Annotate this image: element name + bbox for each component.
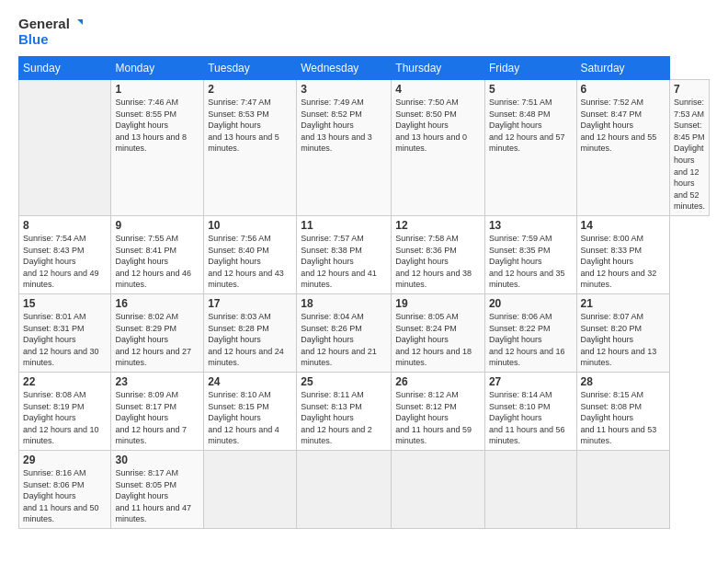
day-number: 19 <box>395 297 481 310</box>
week-row-3: 22Sunrise: 8:08 AMSunset: 8:19 PMDayligh… <box>19 372 710 450</box>
day-info: Sunrise: 8:08 AMSunset: 8:19 PMDaylight … <box>23 389 107 447</box>
day-info: Sunrise: 8:00 AMSunset: 8:33 PMDaylight … <box>581 233 665 291</box>
day-number: 1 <box>115 83 199 96</box>
day-number: 21 <box>581 297 665 310</box>
day-cell: 3Sunrise: 7:49 AMSunset: 8:52 PMDaylight… <box>297 80 392 216</box>
col-header-monday: Monday <box>111 57 204 80</box>
day-cell: 1Sunrise: 7:46 AMSunset: 8:55 PMDaylight… <box>111 80 204 216</box>
day-info: Sunrise: 8:12 AMSunset: 8:12 PMDaylight … <box>395 389 481 447</box>
logo: General Blue <box>18 17 83 47</box>
day-info: Sunrise: 7:51 AMSunset: 8:48 PMDaylight … <box>489 97 573 155</box>
week-row-0: 1Sunrise: 7:46 AMSunset: 8:55 PMDaylight… <box>19 80 710 216</box>
day-cell: 13Sunrise: 7:59 AMSunset: 8:35 PMDayligh… <box>484 215 576 293</box>
day-info: Sunrise: 7:53 AMSunset: 8:45 PMDaylight … <box>674 97 705 213</box>
day-info: Sunrise: 7:49 AMSunset: 8:52 PMDaylight … <box>301 97 387 155</box>
week-row-4: 29Sunrise: 8:16 AMSunset: 8:06 PMDayligh… <box>19 450 710 528</box>
day-number: 30 <box>115 454 199 466</box>
day-number: 18 <box>301 297 387 310</box>
day-cell: 7Sunrise: 7:53 AMSunset: 8:45 PMDaylight… <box>669 80 709 216</box>
day-info: Sunrise: 7:59 AMSunset: 8:35 PMDaylight … <box>489 233 573 291</box>
day-number: 27 <box>489 375 573 388</box>
day-cell: 17Sunrise: 8:03 AMSunset: 8:28 PMDayligh… <box>204 293 297 372</box>
day-number: 25 <box>301 375 387 388</box>
day-cell: 9Sunrise: 7:55 AMSunset: 8:41 PMDaylight… <box>111 215 204 293</box>
svg-marker-0 <box>77 19 83 25</box>
day-info: Sunrise: 7:55 AMSunset: 8:41 PMDaylight … <box>115 233 199 291</box>
day-cell: 14Sunrise: 8:00 AMSunset: 8:33 PMDayligh… <box>576 215 669 293</box>
day-number: 7 <box>674 83 705 96</box>
day-info: Sunrise: 8:07 AMSunset: 8:20 PMDaylight … <box>581 311 665 369</box>
logo-text-line1: General <box>18 17 83 32</box>
day-number: 12 <box>395 219 481 232</box>
day-info: Sunrise: 8:14 AMSunset: 8:10 PMDaylight … <box>489 389 573 447</box>
day-number: 17 <box>208 297 292 310</box>
day-cell: 30Sunrise: 8:17 AMSunset: 8:05 PMDayligh… <box>111 450 204 528</box>
week-row-1: 8Sunrise: 7:54 AMSunset: 8:43 PMDaylight… <box>19 215 710 293</box>
day-cell: 20Sunrise: 8:06 AMSunset: 8:22 PMDayligh… <box>484 293 576 372</box>
day-info: Sunrise: 8:06 AMSunset: 8:22 PMDaylight … <box>489 311 573 369</box>
day-number: 6 <box>581 83 665 96</box>
logo-text-line2: Blue <box>18 32 83 48</box>
day-cell: 2Sunrise: 7:47 AMSunset: 8:53 PMDaylight… <box>204 80 297 216</box>
day-cell: 5Sunrise: 7:51 AMSunset: 8:48 PMDaylight… <box>484 80 576 216</box>
day-info: Sunrise: 8:10 AMSunset: 8:15 PMDaylight … <box>208 389 292 447</box>
day-info: Sunrise: 8:04 AMSunset: 8:26 PMDaylight … <box>301 311 387 369</box>
day-info: Sunrise: 7:56 AMSunset: 8:40 PMDaylight … <box>208 233 292 291</box>
header: General Blue <box>18 17 710 47</box>
col-header-tuesday: Tuesday <box>204 57 297 80</box>
day-cell: 25Sunrise: 8:11 AMSunset: 8:13 PMDayligh… <box>297 372 392 450</box>
day-info: Sunrise: 8:05 AMSunset: 8:24 PMDaylight … <box>395 311 481 369</box>
day-number: 3 <box>301 83 387 96</box>
day-info: Sunrise: 8:15 AMSunset: 8:08 PMDaylight … <box>581 389 665 447</box>
day-number: 16 <box>115 297 199 310</box>
day-number: 5 <box>489 83 573 96</box>
page: General Blue SundayMondayTuesdayWednesda… <box>0 0 728 563</box>
day-cell <box>297 450 392 528</box>
day-number: 13 <box>489 219 573 232</box>
day-info: Sunrise: 8:11 AMSunset: 8:13 PMDaylight … <box>301 389 387 447</box>
day-cell: 18Sunrise: 8:04 AMSunset: 8:26 PMDayligh… <box>297 293 392 372</box>
day-cell: 16Sunrise: 8:02 AMSunset: 8:29 PMDayligh… <box>111 293 204 372</box>
day-info: Sunrise: 8:09 AMSunset: 8:17 PMDaylight … <box>115 389 199 447</box>
day-cell: 23Sunrise: 8:09 AMSunset: 8:17 PMDayligh… <box>111 372 204 450</box>
day-cell: 4Sunrise: 7:50 AMSunset: 8:50 PMDaylight… <box>392 80 485 216</box>
day-info: Sunrise: 8:03 AMSunset: 8:28 PMDaylight … <box>208 311 292 369</box>
day-number: 2 <box>208 83 292 96</box>
day-number: 24 <box>208 375 292 388</box>
week-row-2: 15Sunrise: 8:01 AMSunset: 8:31 PMDayligh… <box>19 293 710 372</box>
day-number: 20 <box>489 297 573 310</box>
day-cell: 6Sunrise: 7:52 AMSunset: 8:47 PMDaylight… <box>576 80 669 216</box>
day-info: Sunrise: 7:50 AMSunset: 8:50 PMDaylight … <box>395 97 481 155</box>
day-cell <box>392 450 485 528</box>
day-number: 23 <box>115 375 199 388</box>
day-number: 9 <box>115 219 199 232</box>
day-number: 8 <box>23 219 107 232</box>
day-cell: 8Sunrise: 7:54 AMSunset: 8:43 PMDaylight… <box>19 215 111 293</box>
col-header-thursday: Thursday <box>392 57 485 80</box>
day-info: Sunrise: 7:54 AMSunset: 8:43 PMDaylight … <box>23 233 107 291</box>
day-cell: 15Sunrise: 8:01 AMSunset: 8:31 PMDayligh… <box>19 293 111 372</box>
day-number: 26 <box>395 375 481 388</box>
day-info: Sunrise: 8:02 AMSunset: 8:29 PMDaylight … <box>115 311 199 369</box>
day-cell: 26Sunrise: 8:12 AMSunset: 8:12 PMDayligh… <box>392 372 485 450</box>
col-header-saturday: Saturday <box>576 57 669 80</box>
col-header-sunday: Sunday <box>19 57 111 80</box>
day-info: Sunrise: 7:46 AMSunset: 8:55 PMDaylight … <box>115 97 199 155</box>
day-cell: 12Sunrise: 7:58 AMSunset: 8:36 PMDayligh… <box>392 215 485 293</box>
day-number: 29 <box>23 454 107 466</box>
day-info: Sunrise: 7:47 AMSunset: 8:53 PMDaylight … <box>208 97 292 155</box>
logo-graphic: General Blue <box>18 17 83 47</box>
day-cell: 28Sunrise: 8:15 AMSunset: 8:08 PMDayligh… <box>576 372 669 450</box>
day-info: Sunrise: 7:57 AMSunset: 8:38 PMDaylight … <box>301 233 387 291</box>
col-header-friday: Friday <box>484 57 576 80</box>
day-cell <box>576 450 669 528</box>
day-number: 28 <box>581 375 665 388</box>
day-cell: 11Sunrise: 7:57 AMSunset: 8:38 PMDayligh… <box>297 215 392 293</box>
day-cell: 10Sunrise: 7:56 AMSunset: 8:40 PMDayligh… <box>204 215 297 293</box>
day-cell: 29Sunrise: 8:16 AMSunset: 8:06 PMDayligh… <box>19 450 111 528</box>
day-cell: 24Sunrise: 8:10 AMSunset: 8:15 PMDayligh… <box>204 372 297 450</box>
day-cell: 21Sunrise: 8:07 AMSunset: 8:20 PMDayligh… <box>576 293 669 372</box>
day-number: 10 <box>208 219 292 232</box>
day-number: 14 <box>581 219 665 232</box>
day-cell <box>484 450 576 528</box>
